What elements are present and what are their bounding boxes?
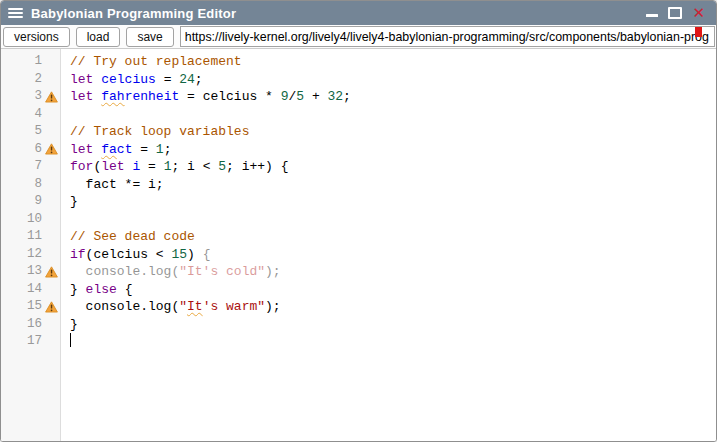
code-token: ) (187, 247, 203, 262)
warning-icon[interactable] (45, 143, 58, 155)
line-number: 3 (1, 88, 42, 106)
code-token: 24 (179, 72, 195, 87)
gutter-warning-slot (42, 316, 61, 334)
warning-icon[interactable] (45, 266, 58, 278)
line-number: 13 (1, 263, 42, 281)
code-line[interactable]: 3let fahrenheit = celcius * 9/5 + 32; (1, 88, 716, 106)
code-token: console.log( (70, 264, 179, 279)
code-line[interactable]: 7for(let i = 1; i < 5; i++) { (1, 158, 716, 176)
code-token: { (117, 282, 133, 297)
gutter-warning-slot (42, 158, 61, 176)
toolbar: versions load save (1, 25, 716, 49)
code-token: let (70, 142, 93, 157)
code-token: 1 (156, 142, 164, 157)
code-text: fact *= i; (61, 176, 164, 194)
warning-icon[interactable] (45, 301, 58, 313)
code-line[interactable]: 9} (1, 193, 716, 211)
code-text: } else { (61, 281, 132, 299)
code-line[interactable]: 17 (1, 333, 716, 351)
code-line[interactable]: 14} else { (1, 281, 716, 299)
code-token: 5 (218, 159, 226, 174)
code-line[interactable]: 6let fact = 1; (1, 141, 716, 159)
code-line[interactable]: 16} (1, 316, 716, 334)
gutter-warning-slot (42, 263, 61, 281)
line-number: 15 (1, 298, 42, 316)
code-token: ); (265, 299, 281, 314)
code-token: let (70, 72, 93, 87)
save-button[interactable]: save (126, 27, 173, 47)
code-token: + (304, 89, 327, 104)
code-line[interactable]: 1// Try out replacement (1, 53, 716, 71)
code-token: (celcius < (86, 247, 172, 262)
line-number: 4 (1, 106, 42, 124)
gutter-warning-slot (42, 123, 61, 141)
code-line[interactable]: 5// Track loop variables (1, 123, 716, 141)
code-line[interactable]: 11// See dead code (1, 228, 716, 246)
warning-icon[interactable] (45, 91, 58, 103)
line-number: 11 (1, 228, 42, 246)
code-token: ct (117, 142, 133, 157)
url-input[interactable] (180, 26, 715, 47)
code-token: } (70, 282, 86, 297)
code-token: { (203, 247, 211, 262)
code-text: } (61, 193, 78, 211)
code-line[interactable]: 12if(celcius < 15) { (1, 246, 716, 264)
gutter-warning-slot (42, 88, 61, 106)
code-token: let (101, 159, 124, 174)
code-token: = (140, 159, 163, 174)
code-line[interactable]: 8 fact *= i; (1, 176, 716, 194)
code-token: fact *= i; (70, 177, 164, 192)
code-line[interactable]: 15 console.log("It's warm"); (1, 298, 716, 316)
code-token: renheit (125, 89, 180, 104)
code-token: } (70, 317, 78, 332)
load-button[interactable]: load (76, 27, 121, 47)
code-token: // See dead code (70, 229, 195, 244)
code-line[interactable]: 13 console.log("It's cold"); (1, 263, 716, 281)
gutter-warning-slot (42, 141, 61, 159)
code-text: console.log("It's warm"); (61, 298, 281, 316)
line-number: 17 (1, 333, 42, 351)
code-token: 32 (328, 89, 344, 104)
code-lines: 1// Try out replacement2let celcius = 24… (1, 53, 716, 351)
window-controls: ✕ (646, 6, 708, 20)
code-text: } (61, 316, 78, 334)
code-token: It (187, 299, 203, 314)
code-text: let fahrenheit = celcius * 9/5 + 32; (61, 88, 351, 106)
gutter-warning-slot (42, 298, 61, 316)
versions-button[interactable]: versions (3, 27, 70, 47)
gutter-warning-slot (42, 176, 61, 194)
line-number: 2 (1, 71, 42, 89)
gutter-warning-slot (42, 281, 61, 299)
maximize-icon[interactable] (668, 7, 682, 19)
code-token: } (70, 194, 78, 209)
gutter-warning-slot (42, 193, 61, 211)
code-line[interactable]: 4 (1, 106, 716, 124)
code-token: for (70, 159, 93, 174)
code-line[interactable]: 2let celcius = 24; (1, 71, 716, 89)
line-number: 12 (1, 246, 42, 264)
code-token: 5 (296, 89, 304, 104)
code-token: "It's cold" (179, 264, 265, 279)
code-token: if (70, 247, 86, 262)
code-text: let celcius = 24; (61, 71, 203, 89)
code-text: console.log("It's cold"); (61, 263, 281, 281)
code-token: celcius (101, 72, 156, 87)
code-text: let fact = 1; (61, 141, 171, 159)
close-icon[interactable]: ✕ (692, 6, 705, 20)
app-window: Babylonian Programming Editor ✕ versions… (0, 0, 717, 442)
code-editor[interactable]: 1// Try out replacement2let celcius = 24… (1, 49, 716, 441)
minimize-icon[interactable] (646, 14, 658, 17)
line-number: 8 (1, 176, 42, 194)
line-number: 16 (1, 316, 42, 334)
code-token: let (70, 89, 93, 104)
code-token: ; i++) { (226, 159, 288, 174)
titlebar: Babylonian Programming Editor ✕ (1, 1, 716, 25)
line-number: 5 (1, 123, 42, 141)
code-token: 15 (171, 247, 187, 262)
code-token: = celcius * (179, 89, 280, 104)
hamburger-menu-icon[interactable] (8, 8, 23, 18)
code-line[interactable]: 10 (1, 211, 716, 229)
code-token: ; (164, 142, 172, 157)
code-token: ; (343, 89, 351, 104)
code-text: if(celcius < 15) { (61, 246, 210, 264)
